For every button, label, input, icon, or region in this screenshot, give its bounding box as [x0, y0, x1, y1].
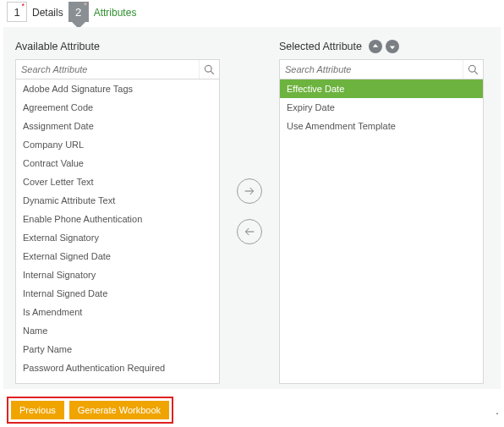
move-right-button[interactable] — [237, 178, 262, 204]
attributes-panel: Available Attribute Adobe Add Signature … — [3, 27, 501, 389]
available-list[interactable]: Adobe Add Signature TagsAgreement CodeAs… — [15, 79, 220, 384]
list-item[interactable]: Assignment Date — [16, 117, 219, 135]
wizard-tabs: 1 * Details 2 * Attributes — [0, 0, 504, 24]
move-down-button[interactable] — [386, 40, 399, 53]
list-item[interactable]: Name — [16, 321, 219, 340]
list-item[interactable]: External Signatory — [16, 228, 219, 247]
list-item[interactable]: Enable Phone Authentication — [16, 210, 219, 228]
list-item[interactable]: Signature Sequence — [16, 377, 219, 384]
selected-search-input[interactable] — [280, 60, 463, 79]
list-item[interactable]: Party Name — [16, 340, 219, 359]
wizard-step-2[interactable]: 2 * — [68, 2, 89, 22]
list-item[interactable]: Agreement Code — [16, 98, 219, 117]
selected-column: Selected Attribute Effective DateExpiry … — [279, 39, 484, 384]
list-item[interactable]: Effective Date — [280, 79, 483, 98]
step1-label[interactable]: Details — [32, 7, 63, 19]
wizard-step-1[interactable]: 1 * — [7, 2, 27, 22]
list-item[interactable]: Dynamic Attribute Text — [16, 191, 219, 210]
move-left-button[interactable] — [237, 219, 262, 244]
list-item[interactable]: Adobe Add Signature Tags — [16, 79, 219, 98]
list-item[interactable]: Contract Value — [16, 154, 219, 172]
step2-number: 2 — [75, 6, 81, 19]
selected-list[interactable]: Effective DateExpiry DateUse Amendment T… — [279, 79, 484, 384]
list-item[interactable]: External Signed Date — [16, 247, 219, 266]
available-title: Available Attribute — [15, 41, 100, 52]
search-icon[interactable] — [199, 60, 219, 79]
generate-workbook-button[interactable]: Generate Workbook — [69, 401, 169, 419]
footer-buttons-highlight: Previous Generate Workbook — [7, 397, 173, 424]
list-item[interactable]: Cover Letter Text — [16, 172, 219, 191]
decorative-dot-icon: . — [496, 403, 499, 417]
list-item[interactable]: Company URL — [16, 135, 219, 154]
selected-search-row — [279, 59, 484, 79]
available-search-input[interactable] — [16, 60, 199, 79]
search-icon[interactable] — [463, 60, 483, 79]
required-asterisk-icon: * — [21, 2, 25, 10]
list-item[interactable]: Internal Signed Date — [16, 284, 219, 303]
step1-number: 1 — [14, 6, 19, 19]
required-asterisk-icon: * — [84, 1, 87, 9]
transfer-column — [220, 39, 279, 384]
available-search-row — [15, 59, 220, 79]
available-column: Available Attribute Adobe Add Signature … — [15, 39, 220, 384]
selected-title: Selected Attribute — [279, 41, 362, 52]
move-up-button[interactable] — [369, 40, 382, 53]
list-item[interactable]: Expiry Date — [280, 98, 483, 117]
step2-label[interactable]: Attributes — [94, 7, 137, 19]
list-item[interactable]: Is Amendment — [16, 303, 219, 321]
previous-button[interactable]: Previous — [11, 401, 64, 419]
list-item[interactable]: Internal Signatory — [16, 266, 219, 284]
list-item[interactable]: Password Authentication Required — [16, 359, 219, 377]
list-item[interactable]: Use Amendment Template — [280, 117, 483, 135]
